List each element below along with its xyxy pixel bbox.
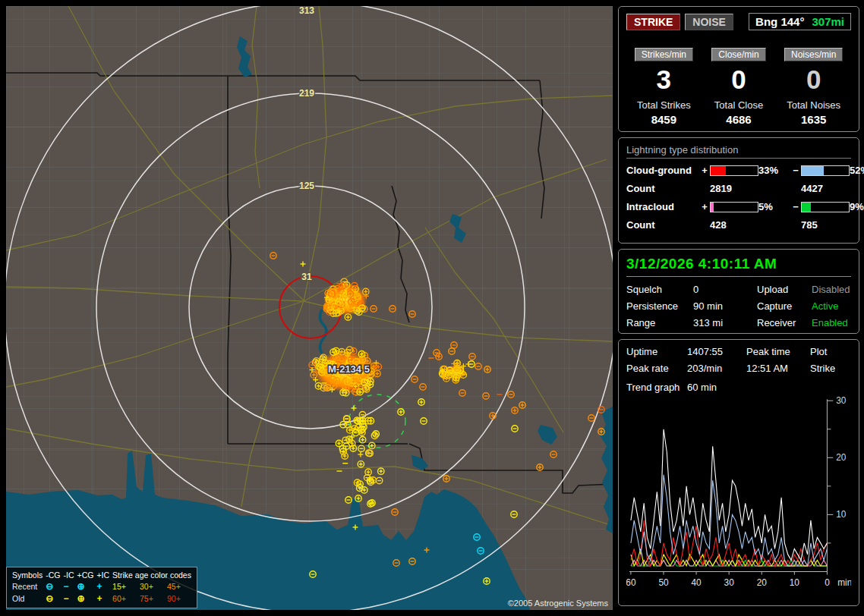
strikes-per-min-badge[interactable]: Strikes/min (635, 48, 693, 61)
peak-time-label: Peak time (746, 346, 810, 357)
ring-label-313: 313 (299, 6, 314, 16)
ic-minus-pct: 9% (850, 201, 864, 212)
age-15: 15+ (111, 580, 138, 592)
receiver-label: Receiver (757, 317, 812, 328)
plot-label: Plot (810, 346, 851, 357)
sidebar: STRIKE NOISE Bng 144°307mi Strikes/min 3… (618, 6, 859, 611)
panel-distribution: Lightning type distribution Cloud-ground… (618, 137, 859, 244)
capture-value: Active (812, 300, 851, 312)
range-value: 313 mi (693, 317, 757, 328)
map-legend: Symbols -CG -IC +CG +IC Strike age color… (6, 567, 197, 608)
ic-plus-pct: 5% (758, 201, 790, 212)
total-noises-label: Total Noises (776, 99, 851, 111)
legend-col-pcg: +CG (76, 570, 96, 580)
age-75: 75+ (138, 592, 166, 605)
age-45: 45+ (166, 580, 193, 592)
recent-pcg-icon: ⊕ (77, 581, 85, 592)
svg-text:60: 60 (626, 577, 636, 588)
lightning-map[interactable]: 313 219 125 31 M-2134 5 Symbols -CG -IC … (6, 6, 613, 610)
plus-sign: + (699, 165, 710, 176)
old-ncg-icon: ⊖ (46, 593, 53, 604)
total-close-value: 4686 (702, 113, 777, 126)
cg-plus-pct: 33% (758, 165, 790, 176)
upload-label: Upload (757, 284, 812, 295)
ring-label-219: 219 (299, 88, 314, 99)
minus-sign: − (790, 201, 801, 212)
noise-mode-button[interactable]: NOISE (685, 14, 733, 30)
cg-minus-pct: 52% (850, 165, 864, 176)
svg-text:0: 0 (825, 577, 830, 588)
legend-col-ncg: -CG (44, 570, 61, 580)
old-pic-icon: + (96, 593, 102, 604)
trend-graph: 1020306050403020100min (626, 394, 851, 590)
svg-text:20: 20 (836, 452, 846, 463)
peak-rate-label: Peak rate (626, 363, 687, 374)
persistence-value: 90 min (693, 300, 757, 312)
persistence-label: Persistence (626, 300, 693, 312)
legend-age-title: Strike age color codes (111, 570, 193, 580)
plot-value: Strike (810, 363, 851, 374)
uptime-value: 1407:55 (687, 346, 746, 357)
age-90: 90+ (166, 592, 193, 605)
ic-plus-count: 428 (710, 219, 758, 231)
distance-value: 307mi (812, 15, 844, 28)
receiver-value: Enabled (812, 317, 851, 328)
total-strikes-value: 8459 (626, 113, 702, 126)
peak-time-value: 12:51 AM (746, 363, 810, 374)
strikes-counter: Strikes/min 3 Total Strikes 8459 (626, 47, 702, 126)
distribution-title: Lightning type distribution (626, 144, 851, 159)
total-strikes-label: Total Strikes (626, 99, 702, 111)
intracloud-label: Intracloud (626, 201, 699, 212)
datetime-display: 3/12/2026 4:10:11 AM (626, 256, 851, 277)
legend-symbols-title: Symbols (11, 570, 44, 580)
legend-col-nic: -IC (62, 570, 76, 580)
minus-sign: − (790, 165, 801, 176)
plus-sign: + (699, 201, 710, 212)
ic-plus-bar (710, 202, 758, 212)
legend-col-pic: +IC (95, 570, 111, 580)
cg-plus-count: 2819 (710, 183, 758, 194)
panel-trend: Uptime 1407:55 Peak time Plot Peak rate … (618, 339, 859, 606)
svg-text:50: 50 (658, 577, 668, 588)
ring-label-125: 125 (299, 181, 314, 191)
ring-label-31: 31 (301, 272, 312, 282)
bearing-value: Bng 144° (755, 15, 804, 28)
ic-minus-count: 785 (801, 219, 850, 231)
close-per-min-badge[interactable]: Close/min (711, 48, 765, 61)
panel-counters: STRIKE NOISE Bng 144°307mi Strikes/min 3… (618, 6, 859, 132)
copyright-text: ©2005 Astrogenic Systems (508, 599, 608, 608)
peak-rate-value: 203/min (687, 363, 746, 374)
age-60: 60+ (111, 592, 138, 605)
legend-recent-label: Recent (11, 580, 44, 592)
strike-mode-button[interactable]: STRIKE (626, 14, 680, 30)
bearing-readout: Bng 144°307mi (749, 13, 851, 30)
noises-per-min-badge[interactable]: Noises/min (784, 48, 843, 61)
legend-old-label: Old (11, 592, 44, 605)
noises-counter: Noises/min 0 Total Noises 1635 (776, 47, 851, 126)
age-30: 30+ (138, 580, 166, 592)
cloud-ground-label: Cloud-ground (626, 165, 699, 176)
uptime-label: Uptime (626, 346, 687, 357)
strikes-per-min-value: 3 (626, 64, 702, 95)
ic-minus-bar (801, 202, 850, 212)
map-canvas: 313 219 125 31 M-2134 5 (6, 6, 613, 610)
total-close-label: Total Close (702, 99, 777, 111)
svg-text:10: 10 (836, 509, 846, 520)
svg-text:10: 10 (790, 577, 799, 588)
svg-text:min: min (837, 577, 851, 588)
upload-value: Disabled (812, 284, 851, 295)
recent-nic-icon: − (64, 581, 69, 592)
ic-count-label: Count (626, 219, 699, 231)
panel-status: 3/12/2026 4:10:11 AM Squelch 0 Upload Di… (618, 249, 859, 334)
cg-count-label: Count (626, 183, 699, 194)
svg-text:20: 20 (757, 577, 767, 588)
recent-pic-icon: + (96, 581, 102, 592)
old-pcg-icon: ⊕ (77, 593, 85, 604)
cg-minus-bar (801, 165, 850, 176)
noises-per-min-value: 0 (776, 64, 851, 95)
cg-minus-count: 4427 (801, 183, 850, 194)
old-nic-icon: − (64, 593, 69, 604)
squelch-label: Squelch (626, 284, 693, 295)
trend-graph-label: Trend graph (626, 382, 687, 393)
storm-cell-label: M-2134 5 (328, 363, 370, 375)
